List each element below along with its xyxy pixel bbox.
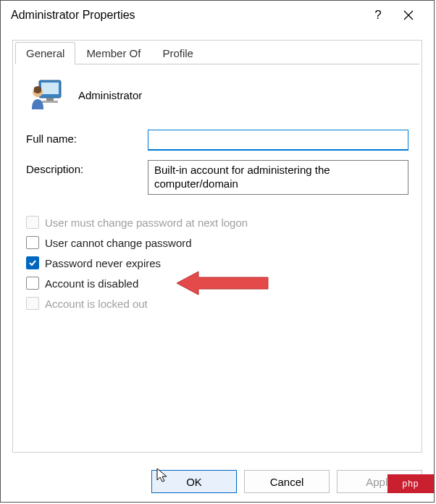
tab-profile[interactable]: Profile xyxy=(151,42,204,64)
tab-panel-general: Administrator Full name: Description: Us… xyxy=(13,64,422,321)
checkbox-cannot-change-password[interactable] xyxy=(26,236,39,249)
properties-dialog: Administrator Properties ? General Membe… xyxy=(0,0,435,503)
tab-general[interactable]: General xyxy=(15,42,75,64)
checkbox-password-never-expires[interactable] xyxy=(26,256,39,269)
titlebar: Administrator Properties ? xyxy=(1,1,434,30)
svg-rect-4 xyxy=(46,98,54,101)
dialog-body: General Member Of Profile xyxy=(12,40,422,453)
tab-member-of[interactable]: Member Of xyxy=(75,42,151,64)
account-display-name: Administrator xyxy=(78,89,142,101)
ok-button[interactable]: OK xyxy=(151,470,237,493)
label-must-change-password: User must change password at next logon xyxy=(45,217,248,229)
checkbox-must-change-password xyxy=(26,216,39,229)
help-button[interactable]: ? xyxy=(363,2,393,28)
description-input[interactable] xyxy=(148,160,408,195)
label-account-locked-out: Account is locked out xyxy=(45,298,148,310)
checkbox-account-locked-out xyxy=(26,297,39,310)
description-label: Description: xyxy=(26,160,148,175)
button-bar: OK Cancel Apply xyxy=(12,470,422,493)
svg-rect-5 xyxy=(42,101,58,103)
window-title: Administrator Properties xyxy=(11,9,135,22)
svg-marker-7 xyxy=(177,272,268,295)
full-name-label: Full name: xyxy=(26,130,148,145)
watermark-badge: php xyxy=(387,474,434,493)
cancel-button[interactable]: Cancel xyxy=(244,470,330,493)
user-icon xyxy=(29,77,64,112)
label-password-never-expires: Password never expires xyxy=(45,257,161,269)
tab-bar: General Member Of Profile xyxy=(13,41,422,64)
check-icon xyxy=(28,259,37,267)
full-name-input[interactable] xyxy=(148,130,408,150)
close-button[interactable] xyxy=(393,2,424,28)
svg-rect-3 xyxy=(41,83,59,94)
close-icon xyxy=(403,10,414,20)
label-cannot-change-password: User cannot change password xyxy=(45,237,192,249)
checkbox-group: User must change password at next logon … xyxy=(26,212,408,314)
label-account-disabled: Account is disabled xyxy=(45,277,138,290)
checkbox-account-disabled[interactable] xyxy=(26,277,39,290)
